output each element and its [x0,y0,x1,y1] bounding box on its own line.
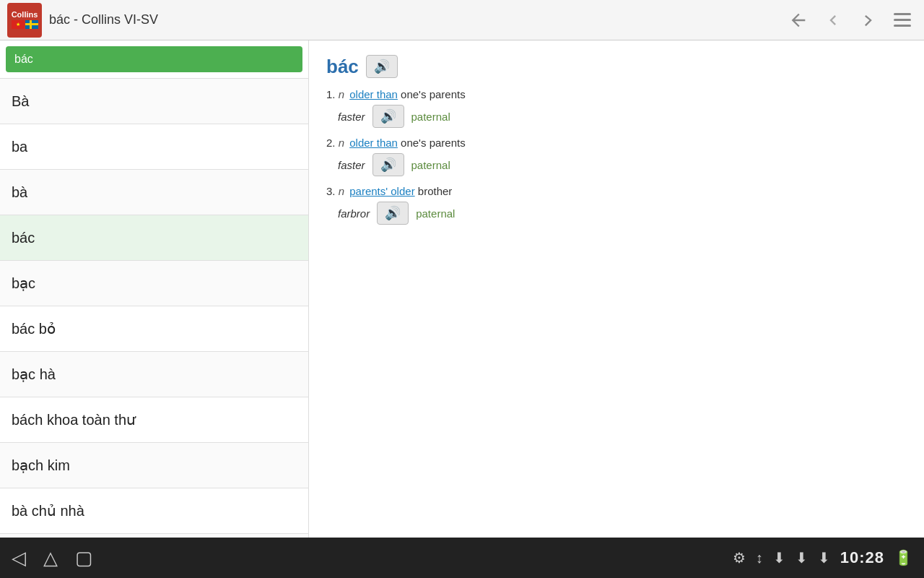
recent-nav-button[interactable]: ▢ [75,547,93,569]
word-item[interactable]: ba [0,124,308,170]
entry-header: bác 🔊 [326,55,907,78]
menu-line1 [894,13,911,15]
menu-line2 [894,19,911,21]
time-display: 10:28 [840,548,884,567]
download-icon: ⬇ [773,549,785,566]
forward-button[interactable] [852,4,884,36]
logo-text: Collins [12,11,38,19]
nav-buttons [783,4,918,36]
back-button[interactable] [783,4,814,36]
sound-icon: 🔊 [385,205,401,221]
sound-button-def-1[interactable]: 🔊 [372,153,404,176]
sound-icon: 🔊 [380,157,396,173]
translation-label: faster [338,111,365,123]
translation-label: farbror [338,207,370,220]
sound-button-def-0[interactable]: 🔊 [372,105,404,128]
word-item[interactable]: bác bỏ [0,306,308,352]
translation-meaning: paternal [411,111,450,123]
menu-line3 [894,25,911,27]
content-panel: bác 🔊 1. n older than one's parentsfaste… [309,40,924,538]
word-list: Bàbabàbácbạcbác bỏbạc hàbách khoa toàn t… [0,79,308,538]
word-item[interactable]: bác [0,215,308,261]
app-logo[interactable]: Collins [6,1,43,39]
search-bar [0,40,308,79]
word-item[interactable]: Bà [0,79,308,124]
word-item[interactable]: bạc [0,261,308,306]
def-number: 2. n older than one's parents [326,137,907,149]
search-input[interactable] [6,46,302,72]
translation-row: faster🔊paternal [326,105,907,128]
battery-icon: 🔋 [894,549,912,566]
logo-flags [12,20,38,29]
definitions-container: 1. n older than one's parentsfaster🔊pate… [326,88,907,225]
home-nav-button[interactable]: △ [43,547,58,569]
main-area: Bàbabàbácbạcbác bỏbạc hàbách khoa toàn t… [0,40,924,538]
back2-button[interactable] [817,4,849,36]
android-icon: ⚙ [733,549,746,566]
def-number: 3. n parents' older brother [326,185,907,197]
translation-label: faster [338,159,365,171]
definition-block: 1. n older than one's parentsfaster🔊pate… [326,88,907,128]
translation-row: faster🔊paternal [326,153,907,176]
word-item[interactable]: bách khoa toàn thư [0,397,308,443]
sound-button-def-2[interactable]: 🔊 [377,202,409,225]
flag-vi [12,20,25,29]
word-item[interactable]: bà [0,170,308,215]
flag-sv [25,20,38,29]
def-number: 1. n older than one's parents [326,88,907,100]
definition-block: 2. n older than one's parentsfaster🔊pate… [326,137,907,176]
sound-icon: 🔊 [380,108,396,124]
top-bar: Collins bác - Collins VI-SV [0,0,924,40]
download2-icon: ⬇ [796,549,808,566]
sound-icon-main: 🔊 [374,59,390,74]
translation-row: farbror🔊paternal [326,202,907,225]
word-item[interactable]: bạc hà [0,352,308,397]
bottom-nav: ◁ △ ▢ [12,547,93,569]
signal-icon: ↕ [756,550,763,566]
word-item[interactable]: bà chủ nhà [0,488,308,534]
app-title: bác - Collins VI-SV [49,12,777,27]
sound-button-main[interactable]: 🔊 [366,55,398,78]
bottom-bar: ◁ △ ▢ ⚙ ↕ ⬇ ⬇ ⬇ 10:28 🔋 [0,538,924,578]
bottom-status: ⚙ ↕ ⬇ ⬇ ⬇ 10:28 🔋 [733,548,912,567]
sidebar: Bàbabàbácbạcbác bỏbạc hàbách khoa toàn t… [0,40,309,538]
definition-block: 3. n parents' older brotherfarbror🔊pater… [326,185,907,225]
translation-meaning: paternal [416,207,455,220]
word-item[interactable]: bạch kim [0,443,308,488]
back-nav-button[interactable]: ◁ [12,547,26,569]
entry-word: bác [326,56,359,78]
download3-icon: ⬇ [818,549,830,566]
translation-meaning: paternal [411,159,450,171]
menu-button[interactable] [886,4,918,36]
